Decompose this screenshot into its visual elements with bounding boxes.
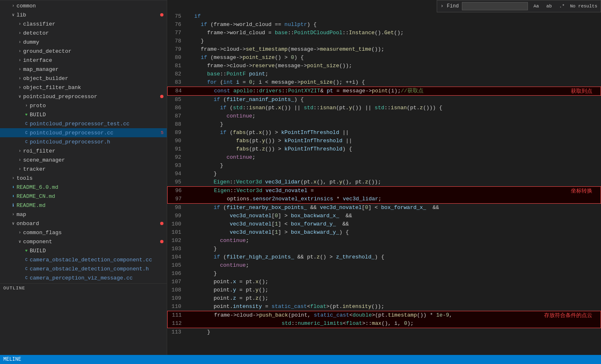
code-line-106: 106 }	[167, 270, 601, 278]
download-icon: ⬇	[10, 185, 17, 190]
sidebar-item-dummy[interactable]: › dummy	[0, 38, 167, 47]
code-line-101: 101 vec3d_novatel[1] > box_backward_y_) …	[167, 228, 601, 237]
chevron-down-icon: ∨	[17, 239, 23, 244]
sidebar-item-camera-h[interactable]: C camera_obstacle_detection_component.h	[0, 264, 167, 273]
sidebar-item-interface[interactable]: › interface	[0, 56, 167, 65]
code-line-81: 81 frame->cloud->reserve(message->point_…	[167, 62, 601, 70]
chevron-right-icon: ›	[17, 67, 23, 72]
sidebar-item-pp-test[interactable]: C pointcloud_preprocessor_test.cc	[0, 119, 167, 128]
code-line-80: 80 if (message->point_size() > 0) {	[167, 54, 601, 62]
sidebar-item-camera-viz[interactable]: C camera_perception_viz_message.cc	[0, 273, 167, 282]
sidebar-item-map-manager[interactable]: › map_manager	[0, 65, 167, 74]
modified-dot	[160, 13, 163, 16]
find-result: No results	[570, 4, 597, 9]
sidebar-item-readme[interactable]: ℹ README.md	[0, 201, 167, 210]
find-bar: › Find Aa ab .* No results	[437, 0, 601, 12]
sidebar-item-tools[interactable]: › tools	[0, 174, 167, 183]
sidebar-item-readme-cn[interactable]: ⬇ README_CN.md	[0, 192, 167, 201]
find-aa-btn[interactable]: Aa	[531, 3, 541, 9]
sidebar-item-pointcloud-preprocessor[interactable]: ∨ pointcloud_preprocessor	[0, 92, 167, 101]
code-line-105: 105 continue;	[167, 261, 601, 270]
sidebar-item-readme-60[interactable]: ⬇ README_6.0.md	[0, 183, 167, 192]
modified-dot	[160, 240, 163, 243]
file-icon: C	[23, 258, 30, 262]
code-container[interactable]: 75 if 76 if (frame->world_cloud == nullp…	[167, 0, 601, 355]
sidebar-item-roi-filter[interactable]: › roi_filter	[0, 146, 167, 155]
chevron-right-icon: ›	[17, 58, 23, 63]
no-arrow: ♥	[23, 113, 30, 117]
cn-label-111: 存放符合条件的点云	[544, 311, 592, 319]
sidebar-item-proto[interactable]: › proto	[0, 101, 167, 110]
code-line-90: 90 fabs(pt.y()) > kPointInfThreshold ||	[167, 137, 601, 145]
code-line-97: 97 options.sensor2novatel_extrinsics * v…	[167, 195, 601, 204]
outline-label: OUTLINE	[3, 286, 25, 291]
code-line-100: 100 vec3d_novatel[1] < box_forward_y_ &&	[167, 220, 601, 228]
sidebar-item-pp-h[interactable]: C pointcloud_preprocessor.h	[0, 137, 167, 146]
sidebar-item-component[interactable]: ∨ component	[0, 237, 167, 246]
cn-label-96: 坐标转换	[571, 187, 592, 195]
chevron-right-icon: ›	[17, 149, 23, 153]
sidebar-item-onboard[interactable]: ∨ onboard	[0, 219, 167, 228]
chevron-right-icon: ›	[17, 31, 23, 35]
code-line-75: 75 if	[167, 12, 601, 21]
code-line-89: 89 if (fabs(pt.x()) > kPointInfThreshold…	[167, 129, 601, 137]
sidebar-item-detector[interactable]: › detector	[0, 28, 167, 38]
find-input[interactable]	[462, 2, 528, 10]
sidebar-item-component-build[interactable]: ♥ BUILD	[0, 246, 167, 255]
chevron-right-icon: ›	[17, 167, 23, 171]
find-regex-btn[interactable]: .*	[557, 3, 567, 9]
chevron-right-icon: ›	[17, 49, 23, 54]
sidebar-item-classifier[interactable]: › classifier	[0, 19, 167, 28]
code-line-79: 79 frame->cloud->set_timestamp(message->…	[167, 45, 601, 54]
find-arrow: ›	[440, 3, 443, 9]
modified-dot	[160, 95, 163, 98]
file-icon: C	[23, 122, 30, 126]
modified-dot	[160, 222, 163, 225]
code-line-86: 86 if (std::isnan(pt.x()) || std::isnan(…	[167, 104, 601, 112]
download-icon: ⬇	[10, 194, 17, 199]
sidebar-item-camera-cc[interactable]: C camera_obstacle_detection_component.cc	[0, 255, 167, 264]
code-line-104: 104 if (filter_high_z_points_ && pt.z() …	[167, 253, 601, 261]
sidebar-item-tracker[interactable]: › tracker	[0, 164, 167, 174]
file-icon: C	[23, 276, 30, 280]
chevron-right-icon: ›	[17, 40, 23, 45]
sidebar-item-build[interactable]: ♥ BUILD	[0, 110, 167, 119]
file-tree: › common ∨ lib › classifier › detector ›	[0, 0, 167, 283]
code-line-111: 111 frame->cloud->push_back(point, stati…	[167, 311, 601, 319]
code-line-85: 85 if (filter_naninf_points_) {	[167, 96, 601, 104]
chevron-down-icon: ∨	[17, 94, 23, 99]
chevron-right-icon: ›	[17, 230, 23, 235]
chevron-down-icon: ∨	[10, 12, 17, 17]
file-icon: C	[23, 140, 30, 144]
status-bar: MELINE	[0, 355, 601, 364]
sidebar-item-lib[interactable]: ∨ lib	[0, 10, 167, 19]
sidebar-item-map[interactable]: › map	[0, 210, 167, 219]
file-icon: C	[23, 267, 30, 271]
sidebar-item-scene-manager[interactable]: › scene_manager	[0, 155, 167, 164]
sidebar-item-common[interactable]: › common	[0, 1, 167, 10]
editor-area: › Find Aa ab .* No results 75 if 76 if (…	[167, 0, 601, 355]
code-line-77: 77 frame->world_cloud = base::PointDClou…	[167, 29, 601, 37]
code-line-108: 108 point.y = pt.y();	[167, 286, 601, 294]
sidebar-item-object-builder[interactable]: › object_builder	[0, 74, 167, 83]
code-line-92: 92 continue;	[167, 153, 601, 162]
code-line-94: 94 }	[167, 170, 601, 178]
code-line-113: 113 }	[167, 328, 601, 336]
code-line-98: 98 if (filter_nearby_box_points_ && vec3…	[167, 204, 601, 212]
code-line-103: 103 }	[167, 245, 601, 253]
code-line-110: 110 point.intensity = static_cast<float>…	[167, 303, 601, 311]
code-line-76: 76 if (frame->world_cloud == nullptr) {	[167, 21, 601, 29]
find-ab-btn[interactable]: ab	[544, 3, 554, 9]
chevron-right-icon: ›	[10, 4, 17, 8]
code-line-91: 91 fabs(pt.z()) > kPointInfThreshold) {	[167, 145, 601, 153]
cn-label-84: 获取到点	[571, 87, 592, 95]
sidebar-item-pp-cc[interactable]: C pointcloud_preprocessor.cc 5	[0, 128, 167, 137]
code-line-102: 102 continue;	[167, 237, 601, 245]
sidebar-item-ground-detector[interactable]: › ground_detector	[0, 47, 167, 56]
code-line-96: 96 Eigen::Vector3d vec3d_novatel = 坐标转换	[167, 186, 601, 195]
code-line-112: 112 std::numeric_limits<float>::max(), i…	[167, 319, 601, 328]
code-line-87: 87 continue;	[167, 112, 601, 120]
chevron-right-icon: ›	[23, 103, 30, 108]
sidebar-item-object-filter-bank[interactable]: › object_filter_bank	[0, 83, 167, 92]
sidebar-item-common-flags[interactable]: › common_flags	[0, 228, 167, 237]
